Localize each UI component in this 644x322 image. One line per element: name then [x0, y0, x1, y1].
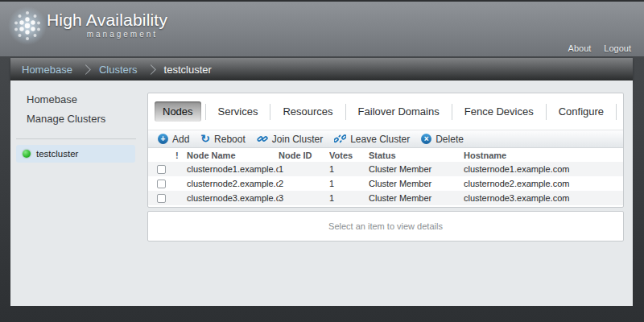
- logo-text: High Availability management: [47, 4, 167, 39]
- join-link-icon: [257, 134, 268, 144]
- tab-separator: [452, 104, 452, 120]
- col-warning: !: [175, 151, 187, 160]
- details-panel: Select an item to view details: [147, 211, 624, 242]
- content-area: Homebase Manage Clusters testcluster Nod…: [10, 80, 633, 306]
- row-select-checkbox[interactable]: [157, 165, 166, 174]
- row-hostname: clusternode3.example.com: [464, 193, 623, 203]
- sidebar-item-testcluster[interactable]: testcluster: [16, 145, 135, 163]
- leave-broken-link-icon: [334, 134, 346, 144]
- node-actions-toolbar: + Add ↻ Reboot Join Cluster: [148, 130, 623, 148]
- app-subtitle: management: [47, 30, 167, 39]
- row-status: Cluster Member: [369, 164, 464, 174]
- tab-separator: [205, 104, 206, 120]
- tab-nodes[interactable]: Nodes: [155, 101, 201, 122]
- tab-failover-domains[interactable]: Failover Domains: [350, 101, 448, 122]
- tab-separator: [546, 104, 547, 120]
- breadcrumb: Homebase Clusters testcluster: [10, 58, 633, 80]
- cluster-nodes-panel: Nodes Services Resources Failover Domain…: [147, 93, 624, 208]
- breadcrumb-clusters[interactable]: Clusters: [99, 64, 138, 76]
- logo-globe-icon: [8, 4, 47, 46]
- col-votes: Votes: [329, 151, 369, 160]
- add-button[interactable]: + Add: [155, 134, 198, 145]
- tab-fence-devices[interactable]: Fence Devices: [456, 101, 542, 122]
- reboot-icon: ↻: [200, 134, 210, 144]
- logout-link[interactable]: Logout: [604, 43, 631, 53]
- details-placeholder: Select an item to view details: [328, 221, 443, 231]
- col-node-name: Node Name: [187, 151, 279, 160]
- logo: High Availability management: [8, 4, 167, 46]
- breadcrumb-current: testcluster: [164, 64, 212, 76]
- cluster-status-green-icon: [23, 150, 31, 158]
- breadcrumb-homebase[interactable]: Homebase: [22, 64, 72, 76]
- tab-services[interactable]: Services: [210, 101, 266, 122]
- row-node-id: 2: [279, 179, 329, 188]
- leave-cluster-button-label: Leave Cluster: [350, 134, 410, 145]
- row-hostname: clusternode1.example.com: [464, 164, 623, 174]
- tab-bar: Nodes Services Resources Failover Domain…: [148, 93, 623, 130]
- row-select-checkbox[interactable]: [157, 194, 166, 203]
- app-header: High Availability management About Logou…: [0, 0, 644, 56]
- table-row[interactable]: clusternode1.example.com 1 1 Cluster Mem…: [148, 162, 623, 176]
- row-node-name: clusternode1.example.com: [187, 164, 279, 174]
- row-status: Cluster Member: [369, 179, 464, 188]
- chevron-right-icon: [80, 64, 91, 75]
- row-votes: 1: [329, 179, 369, 188]
- about-link[interactable]: About: [568, 43, 592, 53]
- table-row[interactable]: clusternode2.example.com 2 1 Cluster Mem…: [148, 176, 623, 191]
- row-votes: 1: [329, 193, 369, 203]
- join-cluster-button[interactable]: Join Cluster: [254, 134, 332, 145]
- table-header-row: ! Node Name Node ID Votes Status Hostnam…: [148, 148, 623, 162]
- tab-resources[interactable]: Resources: [275, 101, 341, 122]
- sidebar: Homebase Manage Clusters testcluster: [10, 80, 147, 306]
- tab-separator: [345, 104, 346, 120]
- app-title: High Availability: [47, 10, 167, 30]
- row-node-name: clusternode3.example.com: [187, 193, 279, 203]
- row-node-id: 3: [279, 193, 329, 203]
- delete-button[interactable]: × Delete: [419, 134, 473, 145]
- tab-separator: [270, 104, 270, 120]
- sidebar-item-homebase[interactable]: Homebase: [27, 93, 147, 105]
- row-status: Cluster Member: [369, 193, 464, 203]
- sidebar-divider: [16, 138, 136, 139]
- reboot-button[interactable]: ↻ Reboot: [198, 134, 254, 145]
- table-row[interactable]: clusternode3.example.com 3 1 Cluster Mem…: [148, 191, 623, 205]
- add-icon: +: [158, 134, 168, 144]
- tab-configure[interactable]: Configure: [551, 101, 612, 122]
- cluster-name: testcluster: [36, 149, 78, 159]
- join-cluster-button-label: Join Cluster: [272, 134, 323, 145]
- col-status: Status: [369, 151, 464, 160]
- delete-icon: ×: [421, 134, 431, 144]
- row-node-id: 1: [279, 164, 329, 174]
- col-hostname: Hostname: [464, 151, 623, 160]
- row-votes: 1: [329, 164, 369, 174]
- row-select-checkbox[interactable]: [157, 180, 166, 188]
- col-node-id: Node ID: [279, 151, 329, 160]
- chevron-right-icon: [146, 64, 156, 75]
- row-hostname: clusternode2.example.com: [464, 179, 623, 188]
- tab-separator: [616, 104, 617, 120]
- delete-button-label: Delete: [436, 134, 464, 145]
- row-node-name: clusternode2.example.com: [187, 179, 279, 188]
- nodes-table: ! Node Name Node ID Votes Status Hostnam…: [148, 148, 623, 205]
- sidebar-item-manage-clusters[interactable]: Manage Clusters: [27, 113, 147, 125]
- reboot-button-label: Reboot: [214, 134, 246, 145]
- leave-cluster-button[interactable]: Leave Cluster: [332, 134, 419, 145]
- add-button-label: Add: [172, 134, 189, 145]
- header-links: About Logout: [568, 43, 631, 53]
